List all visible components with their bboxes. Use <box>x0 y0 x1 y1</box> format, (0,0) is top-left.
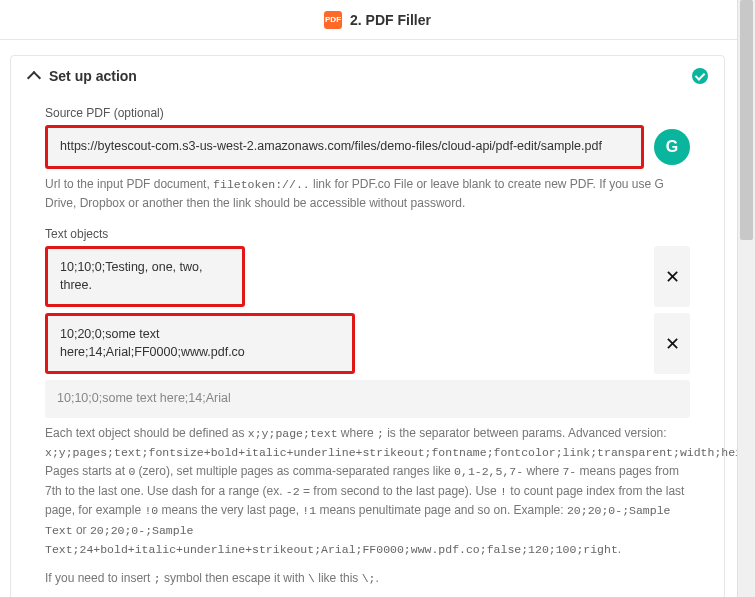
source-pdf-help: Url to the input PDF document, filetoken… <box>45 175 690 214</box>
c: -2 <box>286 485 300 498</box>
spacer <box>365 313 644 374</box>
t: = from second to the last page). Use <box>300 484 500 498</box>
pdf-icon: PDF <box>324 11 342 29</box>
t: like this <box>315 571 362 585</box>
t: . <box>375 571 378 585</box>
text-object-input[interactable]: 10;10;0;Testing, one, two, three. <box>45 246 245 307</box>
grammarly-icon[interactable]: G <box>654 129 690 165</box>
t: where <box>338 426 377 440</box>
c: x;y;pages;text;fontsize+bold+italic+unde… <box>45 446 755 459</box>
source-pdf-row: https://bytescout-com.s3-us-west-2.amazo… <box>45 125 690 169</box>
text-object-row: 10;10;0;Testing, one, two, three. ✕ <box>45 246 690 307</box>
c: ! <box>500 485 507 498</box>
c: 0,1-2,5,7- <box>454 465 523 478</box>
t: where <box>523 464 562 478</box>
action-panel: Set up action Source PDF (optional) http… <box>10 55 725 597</box>
t: If you need to insert <box>45 571 154 585</box>
t: (zero), set multiple pages as comma-sepa… <box>135 464 454 478</box>
text-object-placeholder-row: 10;10;0;some text here;14;Arial <box>45 380 690 418</box>
t: symbol then escape it with <box>161 571 308 585</box>
text-object-new-input[interactable]: 10;10;0;some text here;14;Arial <box>45 380 690 418</box>
c: !0 <box>144 504 158 517</box>
help-code-fragment: filetoken://.. <box>213 178 310 191</box>
text-object-input[interactable]: 10;20;0;some text here;14;Arial;FF0000;w… <box>45 313 355 374</box>
c: \ <box>308 572 315 585</box>
t: is the separator between params. Advance… <box>384 426 667 440</box>
step-header: PDF 2. PDF Filler <box>0 0 755 40</box>
c: ; <box>154 572 161 585</box>
source-pdf-label: Source PDF (optional) <box>45 106 690 120</box>
c: x;y;page;text <box>248 427 338 440</box>
panel-body: Source PDF (optional) https://bytescout-… <box>11 106 724 597</box>
t: means penultimate page and so on. Exampl… <box>316 503 567 517</box>
help-text-fragment: Url to the input PDF document, <box>45 177 213 191</box>
text-objects-escape-help: If you need to insert ; symbol then esca… <box>45 569 690 588</box>
c: \; <box>362 572 376 585</box>
c: 7- <box>562 465 576 478</box>
step-title: 2. PDF Filler <box>350 12 431 28</box>
remove-button[interactable]: ✕ <box>654 246 690 307</box>
scrollbar-thumb[interactable] <box>740 0 753 240</box>
spacer <box>255 246 644 307</box>
t: . <box>618 542 621 556</box>
status-check-icon <box>692 68 708 84</box>
panel-header[interactable]: Set up action <box>11 56 724 96</box>
t: Each text object should be defined as <box>45 426 248 440</box>
source-pdf-input[interactable]: https://bytescout-com.s3-us-west-2.amazo… <box>45 125 644 169</box>
panel-title: Set up action <box>49 68 682 84</box>
text-objects-help: Each text object should be defined as x;… <box>45 424 690 560</box>
text-objects-label: Text objects <box>45 227 690 241</box>
chevron-up-icon <box>27 70 39 82</box>
remove-button[interactable]: ✕ <box>654 313 690 374</box>
text-object-row: 10;20;0;some text here;14;Arial;FF0000;w… <box>45 313 690 374</box>
t: or <box>73 523 90 537</box>
t: means the very last page, <box>158 503 302 517</box>
c: !1 <box>302 504 316 517</box>
scrollbar[interactable] <box>737 0 755 597</box>
c: ; <box>377 427 384 440</box>
c: 20;20;0-;Sample Text;24+bold+italic+unde… <box>45 524 618 556</box>
